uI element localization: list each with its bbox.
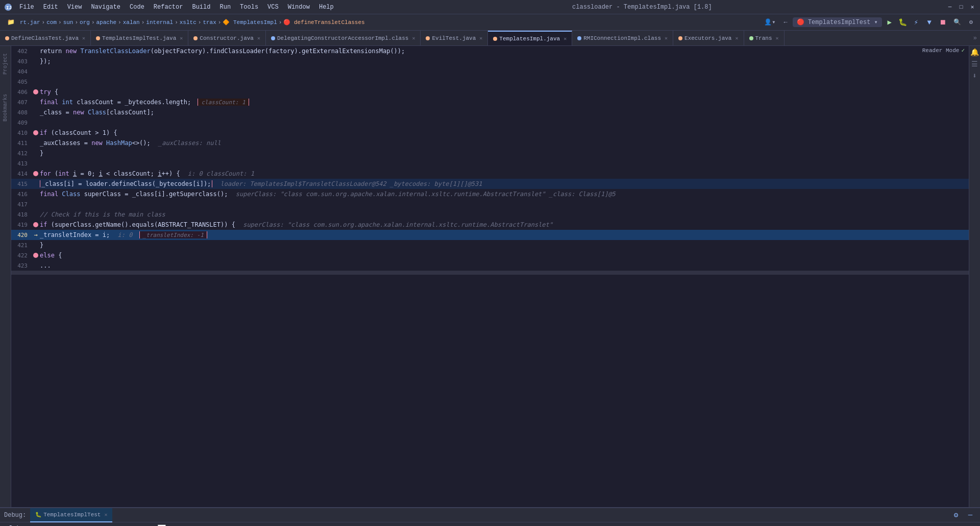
menu-build[interactable]: Build xyxy=(188,3,214,12)
code-line-410: 410 if (classCount > 1) { xyxy=(11,128,969,138)
maximize-button[interactable]: □ xyxy=(958,4,965,11)
breakpoint-419[interactable] xyxy=(33,222,38,227)
code-line-413: 413 xyxy=(11,158,969,169)
project-icon[interactable]: 📁 xyxy=(4,17,18,27)
search-btn[interactable]: 🔍 xyxy=(950,17,964,27)
debug-session-close[interactable]: ✕ xyxy=(104,512,107,518)
breadcrumb-trax[interactable]: trax xyxy=(203,19,216,26)
menu-edit[interactable]: Edit xyxy=(39,3,62,12)
breakpoint-414[interactable] xyxy=(33,171,38,176)
more-tabs-btn[interactable]: » xyxy=(970,35,980,42)
console-tab[interactable]: Console xyxy=(48,524,84,527)
tab-icon xyxy=(749,36,753,40)
tab-label: EvilTest.java xyxy=(432,35,476,41)
menu-navigate[interactable]: Navigate xyxy=(87,3,125,12)
breadcrumb-org[interactable]: org xyxy=(80,19,90,26)
menu-file[interactable]: File xyxy=(15,3,38,12)
tab-close[interactable]: ✕ xyxy=(257,35,260,41)
profile-btn[interactable]: 👤▾ xyxy=(761,17,778,27)
tab-close[interactable]: ✕ xyxy=(564,36,567,42)
run-button[interactable]: ▶ xyxy=(884,17,895,28)
menu-view[interactable]: View xyxy=(63,3,86,12)
tab-defineclasstest[interactable]: DefineClassTest.java ✕ xyxy=(0,31,91,46)
close-button[interactable]: ✕ xyxy=(969,4,976,11)
nav-back[interactable]: ← xyxy=(781,18,791,27)
left-activity-bar: Project Bookmarks xyxy=(0,46,11,507)
menu-tools[interactable]: Tools xyxy=(236,3,262,12)
tab-constructor[interactable]: Constructor.java ✕ xyxy=(188,31,266,46)
horizontal-scrollbar[interactable] xyxy=(11,271,969,275)
debug-hint-415: loader: TemplatesImpl$TransletClassLoade… xyxy=(220,180,482,187)
breakpoint-422[interactable] xyxy=(33,253,38,258)
menu-run[interactable]: Run xyxy=(215,3,235,12)
menu-vcs[interactable]: VCS xyxy=(263,3,283,12)
step-over-btn[interactable]: ↷ xyxy=(105,523,116,527)
coverage-button[interactable]: ⚡ xyxy=(911,17,922,28)
frames-btn[interactable]: ≡ xyxy=(168,523,180,527)
code-line-402: 402 return new TransletClassLoader(objec… xyxy=(11,46,969,56)
debug-session-tab[interactable]: 🐛 TemplatesImplTest ✕ xyxy=(30,508,112,522)
breadcrumb-method[interactable]: 🔴 defineTransletClasses xyxy=(283,19,364,26)
run-config[interactable]: 🔴 TemplatesImplTest ▾ xyxy=(793,17,882,27)
breadcrumb-apache[interactable]: apache xyxy=(96,19,116,26)
breadcrumb-templatesimpl[interactable]: 🔶 TemplatesImpl xyxy=(223,19,277,26)
tab-close[interactable]: ✕ xyxy=(412,35,415,41)
tab-rmiconnection[interactable]: RMIConnectionImpl.class ✕ xyxy=(572,31,673,46)
menu-refactor[interactable]: Refactor xyxy=(150,3,187,12)
debug-collapse-btn[interactable]: ─ xyxy=(965,510,976,521)
tab-close[interactable]: ✕ xyxy=(776,35,779,41)
tab-close[interactable]: ✕ xyxy=(479,35,482,41)
menu-bar: File Edit View Navigate Code Refactor Bu… xyxy=(15,3,338,12)
resume-btn[interactable]: ▶ xyxy=(92,523,103,527)
code-line-407: 407 final int classCount = _bytecodes.le… xyxy=(11,97,969,107)
run-to-cursor-btn[interactable]: ⇥ xyxy=(143,523,154,527)
breadcrumb-xsltc[interactable]: xsltc xyxy=(180,19,197,26)
tab-trans[interactable]: Trans ✕ xyxy=(744,31,785,46)
debug-panel: Debug: 🐛 TemplatesImplTest ✕ ⚙ ─ Debugge… xyxy=(0,507,980,526)
toolbar-right: 👤▾ ← 🔴 TemplatesImplTest ▾ ▶ 🐛 ⚡ ▼ ⏹ 🔍 ⚙ xyxy=(761,17,976,28)
tab-templatesimpltest[interactable]: TemplatesImplTest.java ✕ xyxy=(91,31,188,46)
tab-close[interactable]: ✕ xyxy=(735,35,738,41)
reader-mode-label: Reader Mode xyxy=(922,47,960,54)
code-line-419: 419 if (superClass.getName().equals(ABST… xyxy=(11,220,969,230)
tab-icon xyxy=(193,36,198,40)
stop-button[interactable]: ⏹ xyxy=(937,17,948,28)
tab-label: DelegatingConstructorAccessorImpl.class xyxy=(277,35,408,41)
breadcrumb-com[interactable]: com xyxy=(46,19,57,26)
tab-close[interactable]: ✕ xyxy=(180,35,183,41)
tab-eviltest[interactable]: EvilTest.java ✕ xyxy=(421,31,488,46)
evaluate-btn[interactable]: 📊 xyxy=(156,523,167,527)
breakpoint-406[interactable] xyxy=(33,89,38,94)
breadcrumb-rtjar[interactable]: rt.jar xyxy=(20,19,40,26)
breadcrumb-xalan[interactable]: xalan xyxy=(123,19,140,26)
tab-templatesimpl[interactable]: TemplatesImpl.java ✕ xyxy=(488,31,572,46)
structure-icon[interactable]: ☰ xyxy=(971,60,978,68)
reader-mode-btn[interactable]: Reader Mode ✓ xyxy=(922,47,965,54)
tab-delegating[interactable]: DelegatingConstructorAccessorImpl.class … xyxy=(266,31,421,46)
menu-window[interactable]: Window xyxy=(284,3,314,12)
code-line-417: 417 xyxy=(11,199,969,209)
tab-close[interactable]: ✕ xyxy=(82,35,85,41)
menu-code[interactable]: Code xyxy=(126,3,149,12)
debug-button[interactable]: 🐛 xyxy=(897,17,909,28)
main-toolbar: 📁 rt.jar › com › sun › org › apache › xa… xyxy=(0,14,980,31)
more-run-btn[interactable]: ▼ xyxy=(924,17,935,28)
tab-executors[interactable]: Executors.java ✕ xyxy=(673,31,744,46)
menu-help[interactable]: Help xyxy=(315,3,338,12)
tab-close[interactable]: ✕ xyxy=(665,35,668,41)
git-icon[interactable]: ⬇ xyxy=(972,71,976,80)
current-line-arrow: → xyxy=(34,231,37,238)
toolbar-left: 📁 rt.jar › com › sun › org › apache › xa… xyxy=(4,17,365,27)
svg-text:IJ: IJ xyxy=(6,6,12,11)
breadcrumb-sun[interactable]: sun xyxy=(63,19,74,26)
step-into-btn[interactable]: ↓ xyxy=(117,523,129,527)
step-out-btn[interactable]: ↑ xyxy=(130,523,141,527)
project-label: Project xyxy=(3,53,8,75)
minimize-button[interactable]: ─ xyxy=(946,4,953,11)
notifications-icon[interactable]: 🔔 xyxy=(970,48,979,57)
debug-settings-btn[interactable]: ⚙ xyxy=(950,510,962,521)
settings-btn[interactable]: ⚙ xyxy=(966,17,976,27)
breadcrumb-internal[interactable]: internal xyxy=(146,19,173,26)
breakpoint-410[interactable] xyxy=(33,130,38,135)
debugger-tab[interactable]: Debugger xyxy=(4,524,44,527)
